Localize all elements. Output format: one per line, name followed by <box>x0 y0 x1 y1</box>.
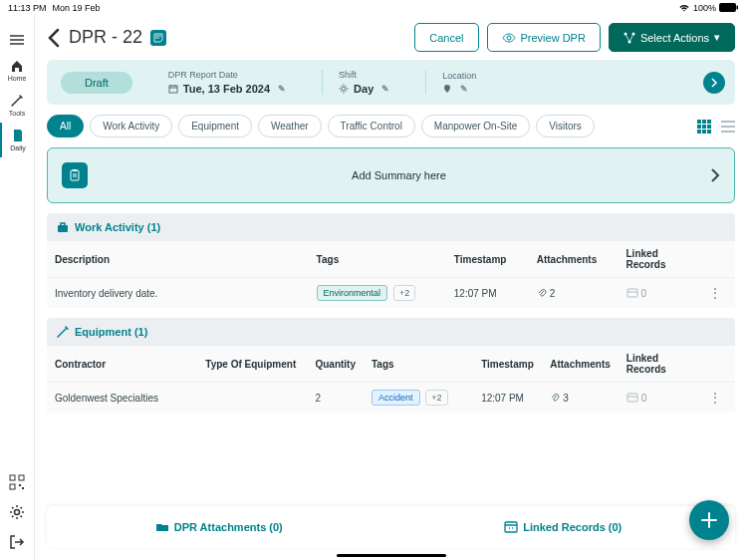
table-row[interactable]: Goldenwest Specialties 2 Accident +2 12:… <box>47 383 735 414</box>
panel-next-button[interactable] <box>703 72 725 94</box>
filter-chip-manpower[interactable]: Manpower On-Site <box>421 115 530 138</box>
preview-button[interactable]: Preview DPR <box>487 23 601 52</box>
edit-location-icon[interactable]: ✎ <box>460 84 468 94</box>
sidebar-item-daily[interactable]: Daily <box>0 123 34 157</box>
cell-description: Inventory delivery date. <box>47 278 309 309</box>
logout-icon[interactable] <box>9 534 25 550</box>
eye-icon <box>502 33 516 43</box>
sidebar-item-home[interactable]: Home <box>0 53 34 88</box>
svg-rect-3 <box>19 475 24 480</box>
svg-rect-17 <box>697 125 701 129</box>
home-indicator <box>337 554 446 557</box>
column-header: Description <box>47 241 309 278</box>
svg-rect-5 <box>19 484 21 486</box>
column-header: Type Of Equipment <box>197 346 307 383</box>
section-title: Work Activity (1) <box>75 221 160 233</box>
filter-chip-equipment[interactable]: Equipment <box>178 115 252 138</box>
cancel-button[interactable]: Cancel <box>414 23 478 52</box>
info-value-date: Tue, 13 Feb 2024 <box>183 83 270 95</box>
fab-add-button[interactable] <box>689 500 729 540</box>
svg-rect-6 <box>22 487 24 489</box>
tools-icon <box>57 326 69 338</box>
filter-chip-visitors[interactable]: Visitors <box>536 115 595 138</box>
select-actions-button[interactable]: Select Actions ▾ <box>609 23 735 52</box>
svg-rect-21 <box>702 130 706 134</box>
paperclip-icon <box>550 393 560 403</box>
cell-attachments: 2 <box>550 288 556 299</box>
svg-point-8 <box>507 36 511 40</box>
status-time: 11:13 PM <box>8 3 47 13</box>
paperclip-icon <box>537 288 547 298</box>
edit-date-icon[interactable]: ✎ <box>278 84 286 94</box>
table-row[interactable]: Inventory delivery date. Environmental +… <box>47 278 735 309</box>
status-bar: 11:13 PM Mon 19 Feb 100% <box>0 0 747 15</box>
filter-chip-all[interactable]: All <box>47 115 84 138</box>
filter-chip-traffic[interactable]: Traffic Control <box>328 115 415 138</box>
section-header[interactable]: Work Activity (1) <box>47 213 735 241</box>
bottom-tab-label: Linked Records (0) <box>523 521 622 533</box>
hamburger-menu[interactable] <box>0 27 34 53</box>
svg-rect-26 <box>627 289 637 297</box>
svg-point-13 <box>342 87 346 91</box>
sidebar-item-tools[interactable]: Tools <box>0 88 34 123</box>
svg-rect-24 <box>73 169 77 171</box>
tag-pill: Accident <box>372 390 420 406</box>
info-label-location: Location <box>442 71 476 81</box>
battery-percent: 100% <box>693 3 716 13</box>
column-header: Attachments <box>542 346 619 383</box>
filter-chip-work[interactable]: Work Activity <box>90 115 172 138</box>
svg-rect-4 <box>10 484 15 489</box>
row-menu-icon[interactable]: ⋮ <box>708 285 722 301</box>
svg-point-7 <box>15 510 20 515</box>
column-header: Attachments <box>529 241 619 278</box>
menu-icon <box>10 33 24 47</box>
column-header: Quantity <box>307 346 364 383</box>
info-value-shift: Day <box>354 83 374 95</box>
status-date: Mon 19 Feb <box>53 3 101 13</box>
cell-quantity: 2 <box>307 383 364 414</box>
chevron-down-icon: ▾ <box>714 31 720 44</box>
svg-rect-25 <box>58 225 68 232</box>
tag-more[interactable]: +2 <box>393 285 415 301</box>
tools-icon <box>10 94 24 108</box>
svg-rect-20 <box>697 130 701 134</box>
pin-icon <box>442 84 452 94</box>
grid-view-icon[interactable] <box>697 120 711 134</box>
folder-icon <box>155 521 169 533</box>
bottom-tab-linked[interactable]: Linked Records (0) <box>391 506 736 548</box>
svg-rect-0 <box>719 3 736 12</box>
row-menu-icon[interactable]: ⋮ <box>708 390 722 406</box>
work-activity-table: Description Tags Timestamp Attachments L… <box>47 241 735 308</box>
wifi-icon <box>678 3 690 12</box>
battery-icon <box>719 3 739 12</box>
list-view-icon[interactable] <box>721 120 735 134</box>
info-panel: Draft DPR Report Date Tue, 13 Feb 2024 ✎… <box>47 60 735 105</box>
section-header[interactable]: Equipment (1) <box>47 318 735 346</box>
info-label-shift: Shift <box>339 70 389 80</box>
cell-contractor: Goldenwest Specialties <box>47 383 197 414</box>
link-records-icon <box>626 393 638 403</box>
cell-linked: 0 <box>641 288 647 299</box>
document-icon <box>11 129 25 142</box>
tag-more[interactable]: +2 <box>425 390 447 406</box>
cell-attachments: 3 <box>563 393 569 404</box>
equipment-table: Contractor Type Of Equipment Quantity Ta… <box>47 346 735 413</box>
bottom-tab-attachments[interactable]: DPR Attachments (0) <box>47 506 391 548</box>
summary-bar[interactable]: Add Summary here <box>47 147 735 203</box>
sidebar-label: Tools <box>9 110 25 117</box>
note-icon[interactable] <box>150 30 166 46</box>
clipboard-icon <box>62 162 88 188</box>
edit-shift-icon[interactable]: ✎ <box>381 84 389 94</box>
link-records-icon <box>504 521 518 533</box>
qr-icon[interactable] <box>9 474 25 490</box>
svg-rect-19 <box>707 125 711 129</box>
column-header: Contractor <box>47 346 197 383</box>
sun-icon <box>339 84 349 94</box>
back-button[interactable] <box>47 27 61 49</box>
cell-timestamp: 12:07 PM <box>473 383 542 414</box>
gear-icon[interactable] <box>9 504 25 520</box>
sidebar-label: Home <box>8 75 27 82</box>
column-header: Tags <box>309 241 446 278</box>
svg-rect-23 <box>71 170 79 180</box>
filter-chip-weather[interactable]: Weather <box>258 115 322 138</box>
